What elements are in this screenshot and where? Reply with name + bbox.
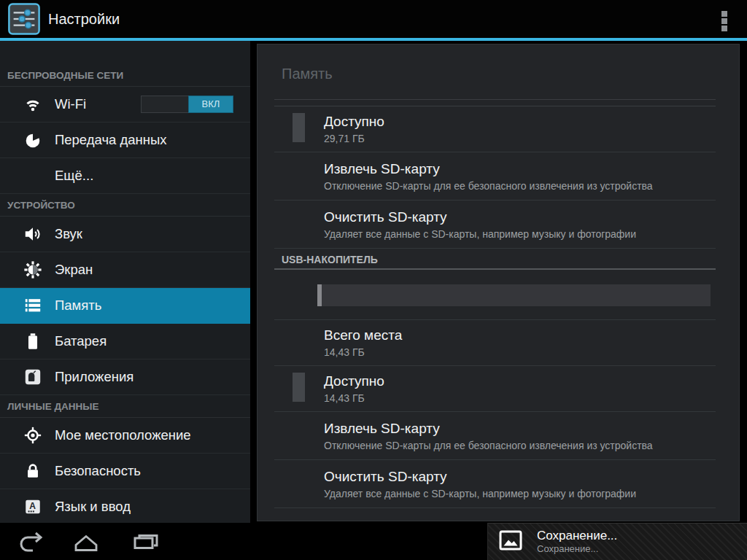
section-header-personal: ЛИЧНЫЕ ДАННЫЕ [0, 395, 250, 418]
storage-panel: Память Доступно 29,71 ГБ Извлечь SD-карт… [257, 44, 740, 521]
usb-storage-bar-row [274, 270, 716, 320]
item-value: 29,71 ГБ [324, 131, 716, 146]
storage-item-total-space[interactable]: Всего места 14,43 ГБ [274, 320, 716, 366]
recent-apps-button[interactable] [130, 531, 162, 553]
sidebar-item-label: Приложения [55, 369, 133, 385]
item-title: Очистить SD-карту [324, 467, 716, 486]
home-button[interactable] [70, 531, 102, 553]
sidebar-item-wifi[interactable]: Wi-Fi ВКЛ [0, 87, 250, 122]
item-title: Доступно [324, 372, 716, 391]
usb-storage-section-header: USB-НАКОПИТЕЛЬ [274, 249, 716, 270]
sidebar-item-apps[interactable]: Приложения [0, 359, 250, 395]
item-title: Извлечь SD-карту [324, 160, 716, 179]
data-usage-icon [23, 131, 42, 149]
sidebar-item-label: Экран [55, 262, 93, 278]
item-description: Отключение SD-карты для ее безопасного и… [324, 438, 716, 453]
sidebar-item-more[interactable]: Ещё... [0, 158, 250, 194]
overflow-menu-icon[interactable] [721, 11, 727, 33]
available-color-swatch [293, 113, 305, 142]
section-header-device: УСТРОЙСТВО [0, 194, 250, 217]
storage-usage-bar-used [317, 284, 322, 306]
item-title: Извлечь SD-карту [324, 419, 716, 438]
sound-icon [23, 225, 42, 244]
item-description: Отключение SD-карты для ее безопасного и… [324, 179, 716, 193]
item-description: Удаляет все данные с SD-карты, например … [324, 486, 716, 501]
android-settings-screen: Настройки БЕСПРОВОДНЫЕ СЕТИ Wi-Fi ВКЛ [0, 0, 747, 560]
sidebar-item-storage[interactable]: Память [0, 288, 250, 324]
storage-item-unmount-sd-usb[interactable]: Извлечь SD-карту Отключение SD-карты для… [274, 412, 716, 460]
apps-icon [23, 368, 42, 386]
item-description: Удаляет все данные с SD-карты, например … [324, 227, 716, 241]
notification-subtitle: Сохранение... [537, 543, 617, 555]
page-title: Настройки [48, 0, 120, 38]
back-icon [16, 532, 45, 552]
storage-item-erase-sd[interactable]: Очистить SD-карту Удаляет все данные с S… [274, 201, 716, 249]
sidebar-item-data-usage[interactable]: Передача данных [0, 122, 250, 158]
wifi-toggle-switch[interactable]: ВКЛ [141, 96, 233, 113]
sidebar-item-label: Звук [55, 226, 82, 242]
battery-icon [23, 332, 42, 351]
section-header-wireless: БЕСПРОВОДНЫЕ СЕТИ [0, 41, 250, 87]
lock-icon [23, 462, 42, 481]
storage-item-available-internal[interactable]: Доступно 29,71 ГБ [274, 106, 716, 152]
location-icon [23, 426, 42, 445]
item-value: 14,43 ГБ [324, 345, 716, 359]
item-title: Всего места [324, 326, 716, 345]
svg-text:A: A [29, 501, 36, 511]
storage-usage-bar [317, 284, 711, 306]
recent-apps-icon [131, 532, 161, 551]
sidebar-item-label: Язык и ввод [55, 499, 131, 515]
saving-notification-toast[interactable]: Сохранение... Сохранение... [487, 523, 747, 560]
back-button[interactable] [15, 531, 47, 553]
sidebar-item-label: Батарея [55, 333, 107, 349]
wifi-icon [23, 95, 42, 114]
storage-item-erase-sd-usb[interactable]: Очистить SD-карту Удаляет все данные с S… [274, 460, 716, 508]
storage-item-unmount-sd[interactable]: Извлечь SD-карту Отключение SD-карты для… [274, 152, 716, 201]
storage-item-available-usb[interactable]: Доступно 14,43 ГБ [274, 366, 716, 412]
home-icon [71, 532, 101, 551]
notification-title: Сохранение... [537, 529, 617, 543]
sidebar-item-label: Передача данных [55, 132, 167, 148]
image-icon [498, 528, 523, 556]
available-color-swatch [293, 373, 305, 402]
panel-title: Память [258, 44, 739, 83]
sidebar-item-language[interactable]: A Язык и ввод [0, 489, 250, 523]
language-input-icon: A [23, 497, 42, 516]
sidebar-item-location[interactable]: Мое местоположение [0, 418, 250, 454]
display-brightness-icon [23, 260, 42, 279]
sidebar-item-label: Мое местоположение [55, 427, 191, 443]
sidebar-item-label: Ещё... [55, 168, 93, 184]
sidebar-item-sound[interactable]: Звук [0, 217, 250, 252]
wifi-toggle-thumb: ВКЛ [188, 96, 233, 113]
sidebar-item-label: Безопасность [55, 463, 141, 479]
item-title: Очистить SD-карту [324, 208, 716, 227]
settings-app-icon [7, 2, 41, 36]
sidebar-item-label: Память [55, 298, 101, 314]
sidebar-item-security[interactable]: Безопасность [0, 454, 250, 489]
action-bar: Настройки [0, 0, 747, 38]
storage-icon [23, 296, 42, 315]
settings-sidebar: БЕСПРОВОДНЫЕ СЕТИ Wi-Fi ВКЛ Пе [0, 41, 250, 523]
system-navigation-bar: Сохранение... Сохранение... [0, 523, 747, 560]
scrolled-list-sliver [274, 99, 716, 106]
sidebar-item-battery[interactable]: Батарея [0, 324, 250, 359]
sidebar-item-label: Wi-Fi [55, 96, 86, 112]
item-value: 14,43 ГБ [324, 391, 716, 405]
sidebar-item-display[interactable]: Экран [0, 252, 250, 288]
item-title: Доступно [324, 112, 716, 131]
